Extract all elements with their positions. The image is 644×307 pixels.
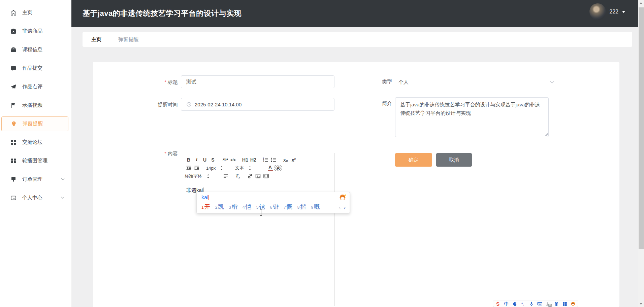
user-profile-icon[interactable]: 10 — [545, 301, 551, 307]
editor-toolbar: B I U S ”” </> H1 H2 123 x₂ x² — [181, 153, 334, 183]
ime-candidate-7[interactable]: 7慨 — [284, 203, 292, 211]
insert-video-button[interactable] — [262, 172, 270, 180]
updown-arrows-icon — [207, 174, 210, 178]
user-menu[interactable]: 222 — [589, 3, 625, 20]
punctuation-mode-icon[interactable]: °, — [520, 301, 526, 307]
intro-label: 简介 — [382, 100, 392, 107]
ordered-list-button[interactable]: 123 — [261, 156, 269, 164]
text-color-button[interactable]: A — [266, 164, 274, 172]
ime-composition: kai — [201, 195, 209, 201]
sidebar-item-recorded-video[interactable]: 录播视频 — [0, 96, 71, 114]
breadcrumb-home[interactable]: 主页 — [91, 36, 101, 43]
vertical-scrollbar[interactable] — [638, 0, 644, 307]
clock-icon — [186, 102, 192, 107]
superscript-button[interactable]: x² — [290, 156, 298, 164]
sogou-logo-icon[interactable] — [339, 194, 346, 201]
scrollbar-thumb[interactable] — [639, 7, 644, 249]
ime-candidate-1[interactable]: 1开 — [201, 203, 210, 211]
clean-format-button[interactable]: Tx — [234, 172, 242, 180]
font-family-select[interactable]: 标准字体 — [185, 172, 218, 180]
intro-textarea-box: 基于java的非遗传统技艺学习平台的设计与实现基于java的非遗传统技艺学习平台… — [395, 97, 549, 137]
ime-candidate-2[interactable]: 2凯 — [215, 203, 224, 211]
ime-prev-page[interactable]: ‹ — [339, 204, 341, 210]
bold-button[interactable]: B — [185, 156, 193, 164]
sidebar-item-course-info[interactable]: 课程信息 — [0, 40, 71, 59]
briefcase-icon — [10, 46, 17, 53]
avatar[interactable] — [589, 3, 606, 20]
outdent-button[interactable] — [185, 164, 193, 172]
link-icon — [247, 173, 253, 179]
italic-button[interactable]: I — [193, 156, 201, 164]
sidebar-item-label: 主页 — [22, 9, 32, 16]
toolbox-grid-icon[interactable] — [562, 301, 568, 307]
ime-candidate-4[interactable]: 4恺 — [243, 203, 251, 211]
fox-assistant-icon[interactable] — [570, 301, 576, 307]
paper-plane-icon — [10, 83, 17, 90]
indent-button[interactable] — [193, 164, 201, 172]
image-icon — [255, 173, 261, 179]
confirm-button[interactable]: 确定 — [395, 153, 432, 167]
type-select[interactable]: 个人 — [398, 79, 409, 86]
remind-time-label: 提醒时间 — [157, 102, 178, 108]
header-style-select[interactable]: 文本 — [234, 164, 266, 172]
flag-icon — [10, 102, 17, 109]
underline-button[interactable]: U — [201, 156, 209, 164]
updown-arrows-icon — [249, 166, 251, 170]
sidebar-item-work-submit[interactable]: 作品提交 — [0, 59, 71, 77]
sidebar-item-work-review[interactable]: 作品点评 — [0, 77, 71, 96]
ime-candidate-popup: kai 1开 2凯 3楷 4恺 5铠 6锴 7慨 8揩 9嘅 ‹ › — [196, 192, 350, 213]
ime-next-page[interactable]: › — [344, 204, 346, 210]
chat-bubble-icon — [10, 65, 17, 72]
profile-badge: 10 — [548, 304, 552, 307]
sidebar-item-banner-manage[interactable]: 轮播图管理 — [0, 151, 71, 170]
breadcrumb-current: 弹窗提醒 — [118, 36, 138, 43]
microphone-icon[interactable] — [528, 301, 535, 307]
keyboard-icon[interactable] — [537, 301, 543, 307]
required-asterisk: * — [164, 150, 166, 156]
sidebar-item-forum[interactable]: 交流论坛 — [0, 133, 71, 151]
sidebar-item-heritage-goods[interactable]: 非遗商品 — [0, 22, 71, 40]
title-input[interactable] — [186, 79, 329, 85]
outdent-icon — [186, 165, 192, 171]
caret-down-icon — [622, 10, 625, 13]
sidebar-item-profile-center[interactable]: 个人中心 — [0, 189, 71, 207]
sogou-s-logo-icon[interactable]: S — [495, 301, 501, 307]
sidebar: 主页 非遗商品 课程信息 作品提交 作品点评 录播视频 弹窗提醒 — [0, 0, 71, 307]
chevron-down-icon — [61, 197, 65, 199]
align-button[interactable] — [222, 172, 230, 180]
ime-candidate-8[interactable]: 8揩 — [297, 203, 306, 211]
moon-mode-icon[interactable] — [512, 301, 518, 307]
header-1-button[interactable]: H1 — [241, 156, 249, 164]
background-color-button[interactable]: A — [274, 164, 282, 172]
font-size-select[interactable]: 14px — [205, 164, 234, 172]
sidebar-item-order-manage[interactable]: 订单管理 — [0, 170, 71, 189]
scroll-up-arrow[interactable] — [640, 2, 642, 4]
insert-image-button[interactable] — [254, 172, 262, 180]
intro-textarea[interactable]: 基于java的非遗传统技艺学习平台的设计与实现基于java的非遗传统技艺学习平台… — [395, 98, 548, 137]
scroll-down-arrow[interactable] — [640, 303, 642, 305]
skin-shirt-icon[interactable] — [553, 301, 559, 307]
breadcrumb-separator: — — [107, 37, 112, 42]
indent-icon — [194, 165, 200, 171]
code-block-button[interactable]: </> — [229, 156, 237, 164]
rich-text-editor: B I U S ”” </> H1 H2 123 x₂ x² — [181, 153, 334, 306]
subscript-button[interactable]: x₂ — [282, 156, 290, 164]
content-label: *内容 — [158, 150, 178, 157]
chinese-mode-icon[interactable]: 中 — [503, 301, 509, 307]
top-header: 基于java的非遗传统技艺学习平台的设计与实现 222 — [71, 0, 638, 27]
blockquote-button[interactable]: ”” — [221, 155, 229, 165]
username: 222 — [609, 9, 618, 15]
remind-time-input[interactable]: 2025-02-24 10:14:00 — [181, 98, 334, 111]
ime-candidate-6[interactable]: 6锴 — [270, 203, 279, 211]
svg-text:3: 3 — [263, 161, 264, 163]
ime-candidate-3[interactable]: 3楷 — [229, 203, 237, 211]
cancel-button[interactable]: 取消 — [436, 153, 472, 167]
ime-candidate-9[interactable]: 9嘅 — [311, 203, 320, 211]
insert-link-button[interactable] — [246, 172, 254, 180]
bullet-list-button[interactable] — [269, 156, 278, 164]
select-chevron-icon[interactable] — [550, 81, 554, 84]
header-2-button[interactable]: H2 — [249, 156, 257, 164]
sidebar-item-popup-remind[interactable]: 弹窗提醒 — [0, 114, 71, 133]
strikethrough-button[interactable]: S — [209, 156, 217, 164]
sidebar-item-home[interactable]: 主页 — [0, 3, 71, 22]
